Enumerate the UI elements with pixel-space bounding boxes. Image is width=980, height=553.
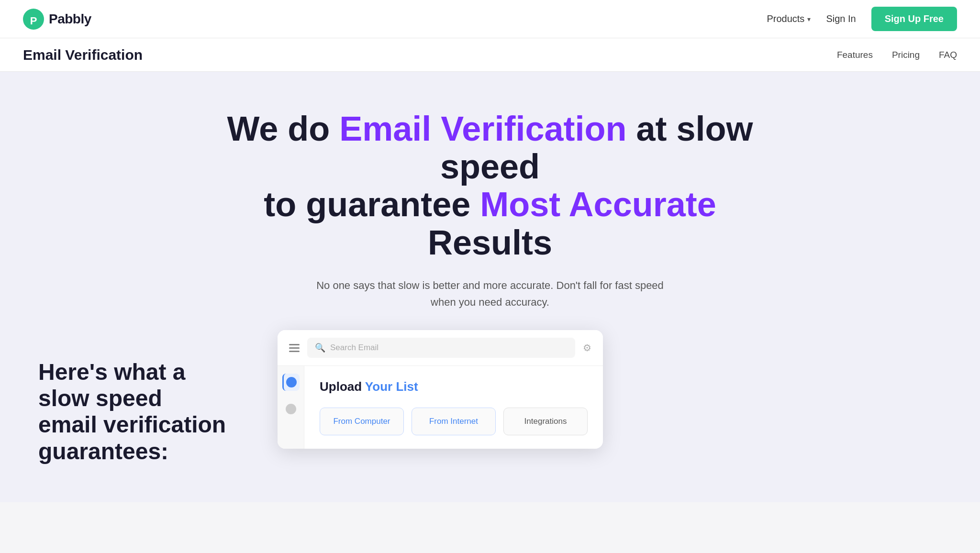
signin-button[interactable]: Sign In bbox=[826, 13, 856, 24]
from-internet-button[interactable]: From Internet bbox=[412, 408, 496, 435]
product-title: Email Verification bbox=[23, 47, 143, 63]
pabbly-logo-icon: P bbox=[23, 9, 44, 30]
chevron-down-icon: ▾ bbox=[807, 15, 811, 23]
products-label: Products bbox=[767, 13, 804, 24]
search-placeholder-text: Search Email bbox=[330, 343, 379, 353]
faq-link[interactable]: FAQ bbox=[939, 50, 957, 60]
products-menu[interactable]: Products ▾ bbox=[767, 13, 811, 24]
sidebar-item-active[interactable] bbox=[282, 374, 300, 391]
hero-title-part1: We do bbox=[227, 110, 340, 148]
search-bar[interactable]: 🔍 Search Email bbox=[307, 338, 575, 358]
hamburger-line-1 bbox=[289, 344, 300, 345]
sidebar-active-icon bbox=[286, 377, 297, 387]
widget-body: Upload Your List From Computer From Inte… bbox=[278, 366, 603, 449]
slow-speed-description: Here's what a slow speed email verificat… bbox=[38, 340, 239, 465]
sidebar-item-1[interactable] bbox=[282, 400, 300, 418]
widget-header: 🔍 Search Email ⚙ bbox=[278, 330, 603, 366]
settings-gear-icon[interactable]: ⚙ bbox=[583, 342, 591, 354]
pricing-link[interactable]: Pricing bbox=[892, 50, 920, 60]
lower-section: Here's what a slow speed email verificat… bbox=[0, 340, 980, 502]
top-navigation: P Pabbly Products ▾ Sign In Sign Up Free bbox=[0, 0, 980, 38]
hero-title-highlight1: Email Verification bbox=[339, 110, 626, 148]
widget-sidebar bbox=[278, 366, 304, 449]
secondary-nav-links: Features Pricing FAQ bbox=[837, 50, 957, 60]
upload-title-part1: Upload bbox=[320, 379, 365, 394]
slow-speed-line2: email verification guarantees: bbox=[38, 412, 226, 464]
hero-subtitle: No one says that slow is better and more… bbox=[308, 277, 672, 310]
upload-title: Upload Your List bbox=[320, 379, 588, 394]
integrations-button[interactable]: Integrations bbox=[503, 408, 588, 435]
nav-right-area: Products ▾ Sign In Sign Up Free bbox=[767, 7, 957, 31]
sidebar-icon-1 bbox=[286, 404, 296, 414]
hero-title-part3: Results bbox=[428, 223, 552, 262]
logo-text: Pabbly bbox=[49, 11, 91, 27]
widget-content: Upload Your List From Computer From Inte… bbox=[304, 366, 603, 449]
logo[interactable]: P Pabbly bbox=[23, 9, 91, 30]
app-widget: 🔍 Search Email ⚙ bbox=[278, 330, 603, 449]
signup-button[interactable]: Sign Up Free bbox=[871, 7, 957, 31]
search-icon: 🔍 bbox=[315, 343, 325, 353]
upload-title-highlight: Your List bbox=[365, 379, 418, 394]
hamburger-line-2 bbox=[289, 347, 300, 349]
slow-speed-line1: Here's what a slow speed bbox=[38, 359, 186, 411]
hamburger-line-3 bbox=[289, 351, 300, 352]
secondary-navigation: Email Verification Features Pricing FAQ bbox=[0, 38, 980, 72]
hero-section: We do Email Verification at slow speedto… bbox=[0, 72, 980, 340]
svg-text:P: P bbox=[30, 15, 37, 27]
slow-speed-heading: Here's what a slow speed email verificat… bbox=[38, 359, 239, 465]
app-widget-container: 🔍 Search Email ⚙ bbox=[278, 330, 942, 449]
upload-buttons-group: From Computer From Internet Integrations bbox=[320, 408, 588, 435]
hero-title: We do Email Verification at slow speedto… bbox=[227, 110, 753, 262]
hamburger-menu-icon[interactable] bbox=[289, 344, 300, 352]
hero-title-highlight2: Most Accurate bbox=[480, 185, 716, 223]
from-computer-button[interactable]: From Computer bbox=[320, 408, 404, 435]
features-link[interactable]: Features bbox=[837, 50, 873, 60]
